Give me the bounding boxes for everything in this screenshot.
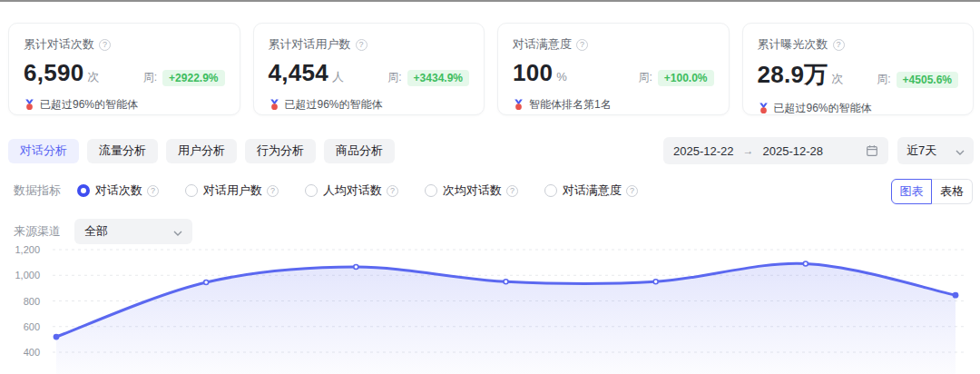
radio-label: 对话满意度 [563, 182, 622, 199]
tab-traffic-analysis[interactable]: 流量分析 [87, 139, 158, 163]
chart-view-button[interactable]: 图表 [891, 179, 932, 204]
stat-title-text: 累计对话次数 [24, 36, 94, 53]
stat-title: 累计曝光次数 ? [758, 36, 959, 53]
radio-satisfaction[interactable]: 对话满意度 ? [544, 182, 638, 199]
help-icon[interactable]: ? [147, 185, 159, 197]
radio-icon[interactable] [544, 184, 557, 197]
y-axis-tick: 800 [24, 296, 40, 307]
chart-y-axis-labels: 1,2001,000800600400 [15, 244, 40, 358]
stat-footnote: 已超过96%的智能体 [774, 101, 872, 116]
stat-footnote: 已超过96%的智能体 [285, 97, 383, 113]
top-divider [0, 0, 980, 2]
week-change-badge: +4505.6% [897, 72, 958, 88]
help-icon[interactable]: ? [626, 185, 638, 197]
metric-selector-row: 数据指标 对话次数 ? 对话用户数 ? 人均对话数 ? 次均对话数 ? 对话满意… [14, 182, 664, 199]
view-toggle: 图表 表格 [891, 179, 973, 204]
tab-product-analysis[interactable]: 商品分析 [324, 139, 395, 163]
stat-title-text: 累计对话用户数 [269, 36, 351, 53]
help-icon[interactable]: ? [356, 39, 368, 51]
data-point [54, 334, 60, 340]
medal-icon [758, 103, 769, 114]
radio-label: 次均对话数 [443, 182, 502, 199]
stat-value: 4,454 [269, 59, 329, 87]
calendar-icon[interactable] [866, 144, 878, 157]
radio-conversation-users[interactable]: 对话用户数 ? [185, 182, 279, 199]
stat-title: 对话满意度 ? [513, 36, 714, 53]
radio-icon[interactable] [425, 184, 437, 197]
radio-label: 人均对话数 [323, 182, 382, 199]
data-point [504, 280, 508, 284]
week-label: 周: [387, 70, 401, 85]
medal-icon [24, 99, 35, 111]
radio-conversation-count[interactable]: 对话次数 ? [77, 182, 159, 199]
stat-card-satisfaction: 对话满意度 ? 100 % 周: +100.0% 智能体排名第1名 [497, 23, 730, 115]
help-icon[interactable]: ? [833, 39, 845, 51]
stat-title-text: 累计曝光次数 [758, 36, 828, 53]
stat-card-conversations: 累计对话次数 ? 6,590 次 周: +2922.9% 已超过96%的智能体 [8, 23, 240, 115]
date-end[interactable]: 2025-12-28 [763, 144, 824, 158]
radio-icon[interactable] [77, 184, 90, 197]
stat-value: 6,590 [24, 59, 84, 87]
analysis-toolbar: 对话分析 流量分析 用户分析 行为分析 商品分析 2025-12-22 → 20… [8, 137, 974, 164]
week-label: 周: [143, 70, 157, 85]
stat-footnote: 已超过96%的智能体 [40, 97, 138, 113]
date-range-picker[interactable]: 2025-12-22 → 2025-12-28 [663, 137, 888, 164]
analysis-tabs: 对话分析 流量分析 用户分析 行为分析 商品分析 [8, 139, 395, 163]
radio-icon[interactable] [185, 184, 198, 197]
chart-series [54, 261, 959, 374]
stat-card-users: 累计对话用户数 ? 4,454 人 周: +3434.9% 已超过96%的智能体 [253, 23, 485, 115]
stat-footnote: 智能体排名第1名 [529, 97, 612, 113]
week-change-badge: +3434.9% [407, 70, 469, 86]
radio-label: 对话用户数 [203, 182, 262, 199]
stat-unit: 次 [88, 69, 100, 85]
help-icon[interactable]: ? [576, 39, 588, 51]
y-axis-tick: 600 [24, 321, 40, 332]
metrics-label: 数据指标 [14, 182, 61, 199]
chevron-down-icon [956, 144, 965, 158]
data-point [354, 265, 358, 270]
radio-avg-per-session[interactable]: 次均对话数 ? [425, 182, 518, 199]
help-icon[interactable]: ? [506, 185, 518, 197]
radio-label: 对话次数 [95, 182, 142, 199]
stat-title-text: 对话满意度 [513, 36, 572, 53]
week-label: 周: [877, 72, 890, 87]
stat-cards-row: 累计对话次数 ? 6,590 次 周: +2922.9% 已超过96%的智能体 … [8, 23, 974, 115]
week-label: 周: [638, 70, 652, 85]
radio-icon[interactable] [305, 184, 318, 197]
stat-unit: 次 [832, 71, 844, 87]
stat-title: 累计对话用户数 ? [269, 36, 470, 53]
y-axis-tick: 1,200 [15, 244, 40, 255]
tab-behavior-analysis[interactable]: 行为分析 [245, 139, 316, 163]
date-start[interactable]: 2025-12-22 [673, 144, 734, 158]
week-change-badge: +2922.9% [162, 70, 224, 86]
radio-avg-per-user[interactable]: 人均对话数 ? [305, 182, 398, 199]
data-point [803, 261, 808, 266]
stat-title: 累计对话次数 ? [24, 36, 225, 53]
data-point [204, 280, 209, 285]
medal-icon [513, 99, 524, 111]
table-view-button[interactable]: 表格 [932, 179, 973, 204]
date-preset-select[interactable]: 近7天 [897, 137, 974, 164]
tab-user-analysis[interactable]: 用户分析 [166, 139, 237, 163]
medal-icon [269, 99, 280, 111]
date-preset-value: 近7天 [906, 143, 936, 159]
data-point [953, 292, 959, 299]
stat-card-impressions: 累计曝光次数 ? 28.9万 次 周: +4505.6% 已超过96%的智能体 [742, 23, 975, 115]
stat-unit: % [556, 70, 567, 84]
channel-label: 来源渠道 [14, 223, 61, 240]
chevron-down-icon [173, 225, 182, 239]
data-point [653, 280, 658, 284]
y-axis-tick: 1,000 [15, 270, 40, 280]
help-icon[interactable]: ? [99, 39, 111, 51]
stat-value: 100 [513, 59, 553, 87]
help-icon[interactable]: ? [387, 185, 398, 197]
channel-select-value: 全部 [84, 223, 108, 240]
date-arrow: → [743, 144, 754, 157]
tab-conversation-analysis[interactable]: 对话分析 [8, 139, 79, 163]
chart-svg: 1,2001,000800600400 [0, 241, 980, 374]
help-icon[interactable]: ? [267, 185, 279, 197]
stat-value: 28.9万 [758, 59, 828, 91]
y-axis-tick: 400 [24, 347, 40, 358]
week-change-badge: +100.0% [658, 70, 714, 86]
conversation-trend-chart: 1,2001,000800600400 [0, 241, 980, 374]
